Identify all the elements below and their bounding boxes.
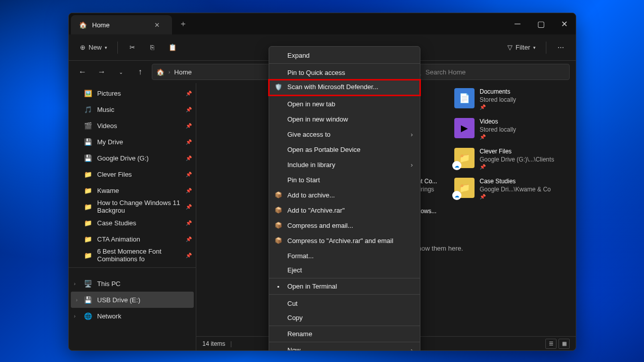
chevron-right-icon: › [168,69,170,75]
folder-icon: 🎵 [84,105,92,113]
menu-item-label: Format... [287,252,314,260]
ellipsis-icon: ⋯ [557,44,564,51]
context-menu-item[interactable]: Expand [269,49,420,64]
context-menu-item[interactable]: Open as Portable Device [269,142,420,157]
cloud-badge-icon: ☁ [452,161,461,170]
context-menu-item[interactable]: 📦Add to archive... [269,187,420,203]
breadcrumb-location: Home [174,68,192,76]
sidebar-item[interactable]: 📁How to Change Windows 11 Backgrou📌 [69,198,196,215]
sidebar-item[interactable]: 🎬Videos📌 [69,117,196,134]
context-menu-item[interactable]: 📦Compress and email... [269,218,420,233]
folder-item[interactable]: 📄 DocumentsStored locally📌 [454,88,566,110]
forward-button[interactable]: → [94,64,109,79]
chevron-right-icon: › [74,281,75,287]
folder-icon: 📁☁ [454,148,475,168]
sidebar-item[interactable]: 📁6 Best Momence Font Combinations fo📌 [69,247,196,263]
context-menu-item[interactable]: ▪Open in Terminal [269,279,420,295]
pin-icon: 📌 [480,194,551,199]
context-menu-item[interactable]: 📦Add to "Archive.rar" [269,203,420,218]
home-icon: 🏠 [156,68,164,76]
sidebar-drive-item[interactable]: ›💾USB Drive (E:) [71,292,194,308]
back-button[interactable]: ← [75,64,90,79]
sidebar-item-label: How to Change Windows 11 Backgrou [97,199,181,214]
folder-icon: 📁 [84,219,92,227]
sidebar-item[interactable]: 💾My Drive📌 [69,134,196,150]
copy-icon: ⎘ [150,44,154,51]
context-menu-item[interactable]: New› [269,343,420,351]
search-input[interactable]: 🔍 Search Home [408,64,570,80]
context-menu-item[interactable]: Include in library› [269,157,420,172]
folder-item[interactable]: ▶ VideosStored locally📌 [454,118,566,140]
minimize-button[interactable]: ─ [506,13,529,34]
pin-icon: 📌 [186,91,192,96]
copy-button[interactable]: ⎘ [143,39,161,56]
context-menu-item[interactable]: Rename [269,327,420,342]
menu-item-label: Pin to Quick access [287,69,345,76]
chevron-right-icon: › [76,297,77,303]
more-button[interactable]: ⋯ [551,39,570,56]
up-button[interactable]: ↑ [133,64,148,79]
sidebar-drive-item[interactable]: ›🖥️This PC [69,275,196,292]
menu-item-label: Give access to [287,131,330,138]
new-tab-button[interactable]: ＋ [176,17,190,31]
menu-item-label: Rename [287,330,312,338]
context-menu-item[interactable]: Give access to› [269,127,420,142]
recent-button[interactable]: ⌄ [113,64,128,79]
menu-item-label: Open in Terminal [287,283,337,290]
menu-item-label: Include in library [287,161,335,169]
filter-button[interactable]: ▽ Filter ▾ [502,39,541,56]
folder-item[interactable]: 📁☁ Clever FilesGoogle Drive (G:)\...\Cli… [454,148,566,170]
sidebar-drive-item[interactable]: ›🌐Network [69,308,196,324]
pin-icon: 📌 [186,253,192,258]
maximize-button[interactable]: ▢ [529,13,552,34]
context-menu-item[interactable]: 📦Compress to "Archive.rar" and email [269,233,420,248]
sidebar-item[interactable]: 🖼️Pictures📌 [69,85,196,101]
sidebar-item[interactable]: 💾Google Drive (G:)📌 [69,150,196,166]
chevron-right-icon: › [411,346,413,351]
context-menu-item[interactable]: Format... [269,248,420,263]
chevron-down-icon: ▾ [533,45,536,50]
paste-button[interactable]: 📋 [163,39,182,56]
sidebar-item[interactable]: 📁CTA Animation📌 [69,231,196,247]
context-menu-item[interactable]: 🛡️Scan with Microsoft Defender... [269,80,420,95]
sidebar-item[interactable]: 📁Case Studies📌 [69,215,196,231]
sidebar-item[interactable]: 📁Kwame📌 [69,182,196,198]
menu-item-icon: 📦 [274,236,282,245]
sidebar-item[interactable]: 📁Clever Files📌 [69,166,196,182]
sidebar-item-label: My Drive [97,138,123,146]
context-menu-item[interactable]: Pin to Start [269,172,420,187]
search-placeholder: Search Home [425,68,465,76]
pin-icon: 📌 [480,164,554,170]
context-menu-item[interactable]: Open in new tab [269,96,420,111]
folder-item[interactable]: 📁☁ Case StudiesGoogle Dri...\Kwame & Co📌 [454,178,566,199]
menu-item-label: Open in new window [287,115,348,123]
context-menu-item[interactable]: Pin to Quick access [269,65,420,80]
pin-icon: 📌 [186,172,192,177]
sidebar-item-label: CTA Animation [97,235,140,243]
folder-icon: 📁 [84,235,92,243]
close-window-button[interactable]: ✕ [552,13,576,34]
new-button[interactable]: ⊕ New ▾ [75,39,112,56]
menu-item-label: Copy [287,314,303,321]
sidebar-item[interactable]: 🎵Music📌 [69,101,196,117]
tab-home[interactable]: 🏠 Home ✕ [71,15,172,34]
context-menu-item[interactable]: Open in new window [269,111,420,127]
pin-icon: 📌 [480,134,516,140]
item-subtitle: Google Dri...\Kwame & Co [480,186,551,193]
item-title: Documents [480,88,516,95]
item-subtitle: Stored locally [480,126,516,133]
context-menu-item[interactable]: Copy [269,311,420,326]
scissors-icon: ✂ [130,44,135,51]
tab-title: Home [92,21,110,29]
chevron-right-icon: › [411,131,413,138]
icons-view-button[interactable]: ▦ [559,339,570,349]
pin-icon: 📌 [186,107,192,112]
context-menu-item[interactable]: Cut [269,296,420,311]
menu-item-label: Eject [287,266,302,274]
context-menu-item[interactable]: Eject [269,263,420,278]
close-tab-icon[interactable]: ✕ [150,18,164,32]
details-view-button[interactable]: ☰ [545,339,556,349]
cut-button[interactable]: ✂ [123,39,141,56]
pin-icon: 📌 [186,204,192,210]
pin-icon: 📌 [186,188,192,193]
